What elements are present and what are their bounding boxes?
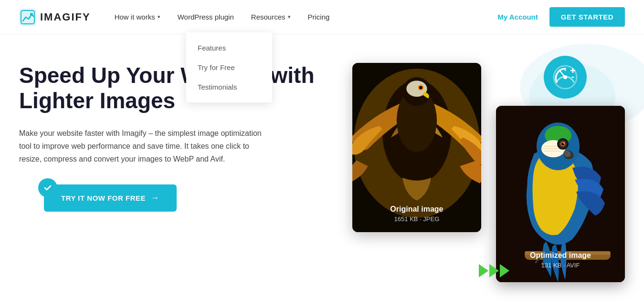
arrow-right-icon: → [150,193,159,203]
nav-links: How it works ▾ WordPress plugin Resource… [115,13,498,21]
original-card-label: Original image 1651 KB · JPEG [390,205,443,223]
dropdown-item-try-for-free[interactable]: Try for Free [186,58,272,77]
hero-section: Speed Up Your Website with Lighter Image… [0,34,644,306]
arrow-1 [479,264,488,277]
svg-point-5 [563,75,567,79]
nav-item-pricing[interactable]: Pricing [308,13,330,21]
original-image-card: Original image 1651 KB · JPEG [352,63,481,232]
logo-text: IMAGIFY [40,11,91,23]
hero-images: Original image 1651 KB · JPEG [352,53,625,306]
dropdown-item-features[interactable]: Features [186,38,272,58]
speedometer-svg [552,64,579,91]
hero-title: Speed Up Your Website with Lighter Image… [19,63,352,113]
svg-point-30 [563,143,564,144]
how-it-works-dropdown: Features Try for Free Testimonials [186,32,272,102]
logo[interactable]: IMAGIFY [19,9,91,26]
nav-item-wordpress-plugin[interactable]: WordPress plugin [178,13,234,21]
chevron-down-icon-resources: ▾ [288,14,291,20]
arrow-2 [489,264,499,277]
original-card-subtitle: 1651 KB · JPEG [390,215,443,223]
my-account-link[interactable]: My Account [497,13,538,21]
svg-point-17 [419,86,422,89]
svg-point-2 [30,13,33,16]
arrow-3 [500,264,509,277]
dropdown-item-testimonials[interactable]: Testimonials [186,77,272,97]
get-started-button[interactable]: GET STARTED [549,7,625,27]
chevron-down-icon: ▾ [158,14,160,20]
optimized-card-title: Optimized image [530,251,591,260]
optimized-image-card: Optimized image 131 KB · AVIF [496,106,625,282]
hero-description: Make your website faster with Imagify – … [19,127,267,166]
hero-text: Speed Up Your Website with Lighter Image… [19,53,352,306]
try-now-button[interactable]: TRY IT NOW FOR FREE → [44,184,177,212]
nav-right: My Account GET STARTED [497,7,625,27]
nav-item-resources[interactable]: Resources ▾ [251,13,291,21]
navigation: IMAGIFY How it works ▾ WordPress plugin … [0,0,644,34]
logo-icon [19,9,36,26]
speedometer-icon [544,56,587,99]
original-card-title: Original image [390,205,443,214]
check-icon [43,183,53,193]
forward-arrows [479,264,509,277]
optimized-card-subtitle: 131 KB · AVIF [530,262,591,269]
nav-item-how-it-works[interactable]: How it works ▾ [115,13,160,21]
optimized-card-label: Optimized image 131 KB · AVIF [530,251,591,269]
